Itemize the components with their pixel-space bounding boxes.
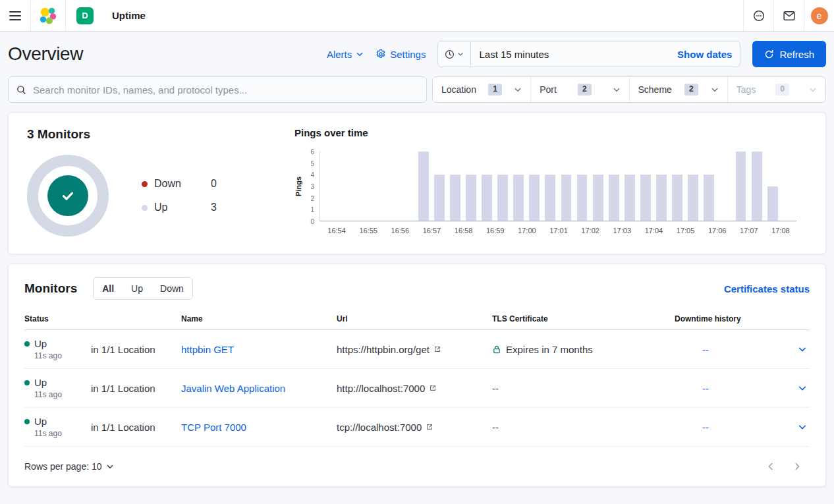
status-ago: 11s ago bbox=[34, 351, 62, 360]
pings-plot-area bbox=[320, 152, 796, 221]
col-downtime: Downtime history bbox=[675, 314, 781, 323]
col-tls: TLS Certificate bbox=[492, 314, 675, 323]
monitor-search bbox=[8, 76, 427, 103]
external-link-icon[interactable] bbox=[433, 345, 441, 353]
downtime-history: -- bbox=[675, 383, 781, 394]
user-avatar: e bbox=[811, 7, 828, 24]
menu-button[interactable] bbox=[0, 0, 30, 31]
location-cell: in 1/1 Location bbox=[91, 344, 181, 355]
filter-group: Location 1 Port 2 Scheme 2 Tags 0 bbox=[432, 76, 826, 103]
external-link-icon[interactable] bbox=[426, 423, 433, 431]
page-title: Overview bbox=[8, 43, 83, 65]
cloud-button[interactable] bbox=[743, 0, 773, 31]
date-picker: Last 15 minutes Show dates bbox=[437, 41, 740, 67]
rows-per-page-label: Rows per page: 10 bbox=[24, 461, 102, 472]
chevron-down-icon bbox=[798, 383, 807, 393]
chevron-down-icon bbox=[356, 50, 364, 58]
down-dot-icon bbox=[142, 181, 148, 187]
show-dates-button[interactable]: Show dates bbox=[677, 49, 740, 60]
table-row: Up 11s ago in 1/1 Location httpbin GET h… bbox=[24, 330, 810, 369]
lock-icon bbox=[492, 345, 501, 354]
chevron-down-icon bbox=[798, 345, 807, 354]
col-name: Name bbox=[181, 314, 337, 323]
settings-button[interactable]: Settings bbox=[375, 49, 426, 60]
cloud-icon bbox=[753, 10, 765, 22]
monitor-name-link[interactable]: httpbin GET bbox=[181, 344, 234, 355]
legend-label: Down bbox=[154, 178, 192, 190]
filter-tags[interactable]: Tags 0 bbox=[727, 77, 825, 102]
chevron-down-icon bbox=[711, 86, 719, 94]
filter-count-badge: 0 bbox=[775, 84, 789, 95]
monitor-name-link[interactable]: TCP Port 7000 bbox=[181, 422, 246, 433]
pagination-previous-button[interactable] bbox=[766, 462, 775, 471]
status-filter-tabs: All Up Down bbox=[93, 277, 193, 300]
filter-count-badge: 1 bbox=[488, 84, 502, 95]
filter-port[interactable]: Port 2 bbox=[530, 77, 628, 102]
pings-x-ticks: 16:5416:5516:5616:5716:5816:5917:0017:01… bbox=[321, 227, 796, 237]
col-url: Url bbox=[337, 314, 492, 323]
chevron-down-icon bbox=[514, 86, 522, 94]
table-header-row: Status Name Url TLS Certificate Downtime… bbox=[24, 314, 810, 330]
legend-value: 0 bbox=[211, 178, 217, 190]
breadcrumb-app-title[interactable]: Uptime bbox=[112, 10, 146, 21]
table-row: Up 11s ago in 1/1 Location Javalin Web A… bbox=[24, 369, 810, 408]
monitor-name-link[interactable]: Javalin Web Application bbox=[181, 383, 285, 394]
expand-row-button[interactable] bbox=[781, 422, 810, 432]
chevron-down-icon bbox=[809, 86, 817, 94]
expand-row-button[interactable] bbox=[781, 345, 810, 354]
filter-location[interactable]: Location 1 bbox=[433, 77, 530, 102]
url-text: tcp://localhost:7000 bbox=[337, 422, 422, 433]
tab-down[interactable]: Down bbox=[152, 278, 192, 299]
date-quick-select-button[interactable] bbox=[438, 42, 471, 67]
status-donut-chart bbox=[27, 155, 109, 237]
legend-value: 3 bbox=[211, 202, 217, 213]
tls-text: -- bbox=[492, 422, 499, 433]
alerts-label: Alerts bbox=[327, 49, 352, 60]
expand-row-button[interactable] bbox=[781, 383, 810, 393]
filter-label: Scheme bbox=[638, 84, 672, 95]
chevron-down-icon bbox=[457, 51, 464, 57]
tls-text: -- bbox=[492, 383, 499, 394]
status-dot bbox=[24, 380, 30, 385]
legend-item-up: Up 3 bbox=[142, 202, 217, 213]
certificates-status-link[interactable]: Certificates status bbox=[724, 283, 810, 294]
filter-scheme[interactable]: Scheme 2 bbox=[629, 77, 727, 102]
status-text: Up bbox=[34, 416, 62, 428]
chevron-left-icon bbox=[766, 462, 775, 471]
date-range-value[interactable]: Last 15 minutes bbox=[471, 49, 677, 60]
filter-label: Tags bbox=[737, 84, 756, 95]
pagination-next-button[interactable] bbox=[792, 462, 802, 471]
refresh-label: Refresh bbox=[779, 49, 814, 60]
refresh-button[interactable]: Refresh bbox=[752, 41, 826, 67]
search-icon bbox=[16, 85, 26, 95]
location-cell: in 1/1 Location bbox=[91, 422, 181, 433]
gear-icon bbox=[375, 49, 386, 59]
status-ago: 11s ago bbox=[34, 429, 62, 438]
status-dot bbox=[24, 341, 30, 347]
status-ago: 11s ago bbox=[34, 390, 62, 399]
hamburger-icon bbox=[9, 11, 21, 20]
tls-text: Expires in 7 months bbox=[506, 344, 593, 355]
space-badge[interactable]: D bbox=[76, 7, 94, 24]
chevron-down-icon bbox=[613, 86, 621, 94]
tab-up[interactable]: Up bbox=[123, 278, 152, 299]
user-menu-button[interactable]: e bbox=[804, 0, 834, 31]
monitors-panel: Monitors All Up Down Certificates status… bbox=[8, 264, 826, 487]
page-header: Overview Alerts Settings bbox=[0, 32, 834, 103]
tab-all[interactable]: All bbox=[94, 278, 123, 299]
status-text: Up bbox=[34, 377, 62, 389]
settings-label: Settings bbox=[390, 49, 426, 60]
downtime-history: -- bbox=[675, 422, 781, 433]
downtime-history: -- bbox=[675, 344, 781, 355]
chevron-right-icon bbox=[792, 462, 802, 471]
elastic-logo[interactable] bbox=[31, 0, 65, 31]
rows-per-page-button[interactable]: Rows per page: 10 bbox=[24, 461, 114, 472]
monitors-count-title: 3 Monitors bbox=[27, 127, 285, 142]
alerts-dropdown[interactable]: Alerts bbox=[327, 49, 364, 60]
pings-chart-title: Pings over time bbox=[294, 127, 796, 138]
search-input[interactable] bbox=[32, 84, 418, 96]
status-dot bbox=[24, 419, 30, 424]
filter-count-badge: 2 bbox=[684, 84, 698, 95]
newsfeed-button[interactable] bbox=[773, 0, 804, 31]
external-link-icon[interactable] bbox=[429, 384, 437, 392]
